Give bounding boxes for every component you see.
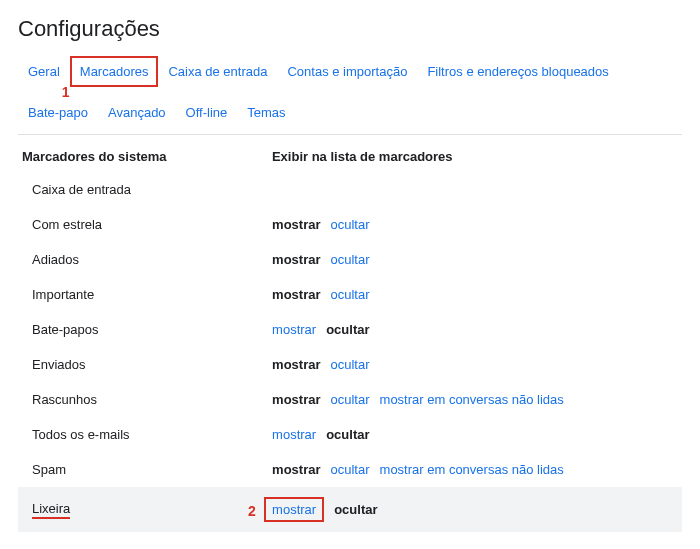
label-row-important: Importante mostrar ocultar [18, 277, 682, 312]
tab-marcadores-label: Marcadores [80, 64, 149, 79]
show-link[interactable]: mostrar [272, 462, 320, 477]
label-row-trash: Lixeira 2 mostrar ocultar [18, 487, 682, 532]
hide-link[interactable]: ocultar [331, 252, 370, 267]
header-system-labels: Marcadores do sistema [18, 149, 272, 164]
label-name: Rascunhos [18, 392, 272, 407]
tab-caixa-entrada[interactable]: Caixa de entrada [158, 56, 277, 87]
show-link[interactable]: mostrar [272, 357, 320, 372]
hide-link[interactable]: ocultar [331, 287, 370, 302]
tab-contas-importacao[interactable]: Contas e importação [277, 56, 417, 87]
label-row-drafts: Rascunhos mostrar ocultar mostrar em con… [18, 382, 682, 417]
tab-filtros-enderecos[interactable]: Filtros e endereços bloqueados [417, 56, 618, 87]
show-link[interactable]: mostrar [272, 217, 320, 232]
hide-link[interactable]: ocultar [331, 357, 370, 372]
tab-marcadores[interactable]: Marcadores 1 [70, 56, 159, 87]
tab-geral[interactable]: Geral [18, 56, 70, 87]
hide-link[interactable]: ocultar [326, 427, 369, 442]
show-unread-link[interactable]: mostrar em conversas não lidas [380, 392, 564, 407]
show-link[interactable]: mostrar [272, 252, 320, 267]
label-name: Com estrela [18, 217, 272, 232]
tab-offline[interactable]: Off-line [176, 97, 238, 128]
label-name-text: Lixeira [32, 501, 70, 519]
hide-link[interactable]: ocultar [334, 502, 377, 517]
page-title: Configurações [18, 16, 682, 42]
tabs-row-1: Geral Marcadores 1 Caixa de entrada Cont… [18, 56, 682, 87]
label-name: Lixeira [18, 501, 272, 519]
hide-link[interactable]: ocultar [331, 462, 370, 477]
label-name: Bate-papos [18, 322, 272, 337]
tab-batepapo[interactable]: Bate-papo [18, 97, 98, 128]
show-link[interactable]: mostrar [272, 287, 320, 302]
header-show-in-list: Exibir na lista de marcadores [272, 149, 682, 164]
label-row-starred: Com estrela mostrar ocultar [18, 207, 682, 242]
show-link[interactable]: mostrar [272, 322, 316, 337]
label-name: Enviados [18, 357, 272, 372]
label-name: Spam [18, 462, 272, 477]
label-name: Adiados [18, 252, 272, 267]
tabs-row-2: Bate-papo Avançado Off-line Temas [18, 97, 682, 128]
label-row-sent: Enviados mostrar ocultar [18, 347, 682, 382]
label-row-spam: Spam mostrar ocultar mostrar em conversa… [18, 452, 682, 487]
show-unread-link[interactable]: mostrar em conversas não lidas [380, 462, 564, 477]
label-row-allmail: Todos os e-mails mostrar ocultar [18, 417, 682, 452]
hide-link[interactable]: ocultar [331, 392, 370, 407]
hide-link[interactable]: ocultar [331, 217, 370, 232]
show-link[interactable]: mostrar [264, 497, 324, 522]
label-name: Todos os e-mails [18, 427, 272, 442]
label-row-snoozed: Adiados mostrar ocultar [18, 242, 682, 277]
label-name: Caixa de entrada [18, 182, 272, 197]
show-link[interactable]: mostrar [272, 427, 316, 442]
tab-temas[interactable]: Temas [237, 97, 295, 128]
label-row-chats: Bate-papos mostrar ocultar [18, 312, 682, 347]
label-row-inbox: Caixa de entrada [18, 172, 682, 207]
label-name: Importante [18, 287, 272, 302]
hide-link[interactable]: ocultar [326, 322, 369, 337]
annotation-2: 2 [248, 503, 256, 519]
tab-avancado[interactable]: Avançado [98, 97, 176, 128]
show-link[interactable]: mostrar [272, 392, 320, 407]
